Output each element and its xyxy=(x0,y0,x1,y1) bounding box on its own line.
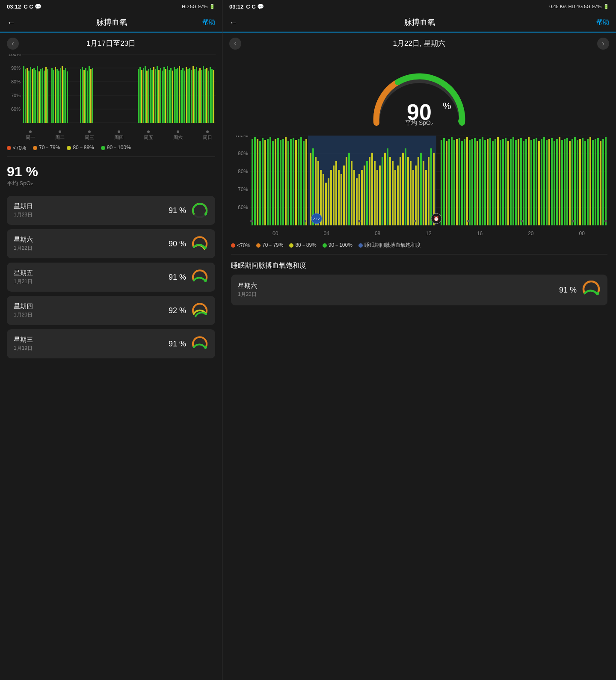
right-help-button[interactable]: 帮助 xyxy=(596,18,609,27)
svg-rect-84 xyxy=(206,68,207,123)
svg-rect-220 xyxy=(538,141,540,225)
day-card-0[interactable]: 星期日 1月23日 91 % xyxy=(7,196,215,225)
svg-rect-70 xyxy=(182,68,184,123)
svg-rect-177 xyxy=(423,161,424,225)
svg-rect-140 xyxy=(328,178,329,225)
svg-point-95 xyxy=(458,118,464,124)
right-next-arrow[interactable]: › xyxy=(597,38,609,50)
svg-rect-246 xyxy=(605,137,607,225)
x-dot-fri xyxy=(147,130,150,133)
svg-rect-183 xyxy=(443,138,445,225)
legend-dot-1 xyxy=(7,146,11,150)
gauge-mini-1 xyxy=(191,235,208,252)
svg-rect-200 xyxy=(487,139,489,225)
svg-rect-87 xyxy=(211,69,213,123)
svg-rect-192 xyxy=(466,137,468,225)
svg-rect-51 xyxy=(150,68,151,123)
svg-rect-26 xyxy=(51,68,53,123)
svg-rect-179 xyxy=(428,157,429,225)
svg-rect-215 xyxy=(525,139,527,225)
x-dot-sat xyxy=(177,130,179,133)
svg-rect-199 xyxy=(484,140,486,225)
day-card-3[interactable]: 星期四 1月20日 92 % xyxy=(7,296,215,325)
svg-rect-160 xyxy=(379,166,381,225)
svg-rect-230 xyxy=(564,139,566,225)
svg-rect-30 xyxy=(58,71,59,123)
right-gauge-section: 90 % 平均 SpO₂ xyxy=(222,54,616,136)
left-back-button[interactable]: ← xyxy=(7,18,15,27)
svg-rect-25 xyxy=(47,69,48,123)
svg-rect-182 xyxy=(441,140,442,225)
svg-rect-116 xyxy=(264,140,266,225)
right-back-button[interactable]: ← xyxy=(229,18,238,27)
left-day-list: 星期日 1月23日 91 % 星期六 1月22日 90 % xyxy=(0,192,222,362)
right-status-bar: 03:12 C C 💬 0.45 K/s HD 4G 5G 97% 🔋 xyxy=(222,0,616,13)
svg-rect-217 xyxy=(530,140,532,225)
right-top-nav: ← 脉搏血氧 帮助 xyxy=(222,13,616,33)
svg-rect-31 xyxy=(60,68,61,123)
x-label-sat: 周六 xyxy=(163,130,192,141)
svg-rect-232 xyxy=(569,141,571,225)
svg-rect-48 xyxy=(145,66,146,123)
day-card-4[interactable]: 星期三 1月19日 91 % xyxy=(7,329,215,358)
x-label-mon: 周一 xyxy=(15,130,45,141)
right-prev-arrow[interactable]: ‹ xyxy=(229,38,241,50)
left-legend: <70% 70－79% 80－89% 90－100% xyxy=(0,141,222,155)
svg-point-251 xyxy=(250,220,253,222)
svg-rect-138 xyxy=(323,174,324,225)
right-x-axis: 00 04 08 12 16 20 00 xyxy=(250,231,607,239)
day-card-2[interactable]: 星期五 1月21日 91 % xyxy=(7,263,215,292)
rx-16: 16 xyxy=(454,231,505,237)
day-card-1[interactable]: 星期六 1月22日 90 % xyxy=(7,229,215,258)
right-date: 1月22日, 星期六 xyxy=(393,38,446,48)
svg-rect-82 xyxy=(203,66,204,123)
svg-rect-229 xyxy=(561,140,563,225)
svg-rect-159 xyxy=(376,170,378,225)
svg-rect-59 xyxy=(163,67,165,123)
right-legend-4: 90－100% xyxy=(323,242,352,249)
rx-20: 20 xyxy=(505,231,556,237)
svg-point-90 xyxy=(204,213,207,215)
svg-rect-64 xyxy=(172,71,173,123)
svg-rect-128 xyxy=(295,140,297,225)
svg-rect-76 xyxy=(192,66,194,123)
svg-rect-123 xyxy=(282,139,284,225)
svg-rect-21 xyxy=(40,69,41,123)
left-help-button[interactable]: 帮助 xyxy=(202,18,215,27)
x-dot-sun xyxy=(206,130,209,133)
legend-item-4: 90－100% xyxy=(101,144,131,151)
svg-rect-63 xyxy=(170,68,172,123)
svg-rect-62 xyxy=(169,70,170,123)
svg-rect-80 xyxy=(199,68,201,123)
svg-rect-221 xyxy=(541,139,542,225)
svg-rect-38 xyxy=(83,70,85,123)
svg-rect-148 xyxy=(348,153,350,225)
left-prev-arrow[interactable]: ‹ xyxy=(7,38,19,50)
rdot-4 xyxy=(323,243,327,248)
left-nav-title: 脉搏血氧 xyxy=(21,17,202,27)
left-avg-section: 91 % 平均 SpO₂ xyxy=(0,159,222,192)
svg-rect-244 xyxy=(600,141,601,225)
svg-rect-151 xyxy=(356,178,358,225)
svg-text:60%: 60% xyxy=(11,106,21,112)
svg-rect-65 xyxy=(174,67,175,123)
svg-rect-190 xyxy=(461,141,463,225)
sleep-card[interactable]: 星期六 1月22日 91 % xyxy=(231,275,607,305)
svg-rect-205 xyxy=(500,140,501,225)
svg-rect-153 xyxy=(361,170,363,225)
svg-point-93 xyxy=(204,313,207,315)
svg-text:70%: 70% xyxy=(11,93,21,98)
svg-rect-18 xyxy=(35,70,36,123)
svg-rect-66 xyxy=(175,69,177,123)
svg-text:100%: 100% xyxy=(235,136,248,139)
svg-rect-133 xyxy=(310,153,311,225)
svg-rect-78 xyxy=(196,67,197,123)
svg-rect-213 xyxy=(520,138,522,225)
svg-rect-15 xyxy=(30,67,31,123)
svg-rect-167 xyxy=(397,166,399,225)
svg-rect-122 xyxy=(280,140,281,225)
svg-text:平均 SpO₂: 平均 SpO₂ xyxy=(405,119,433,126)
svg-rect-20 xyxy=(38,71,40,123)
big-gauge-svg: 90 % 平均 SpO₂ xyxy=(364,63,475,131)
svg-rect-147 xyxy=(346,157,347,225)
